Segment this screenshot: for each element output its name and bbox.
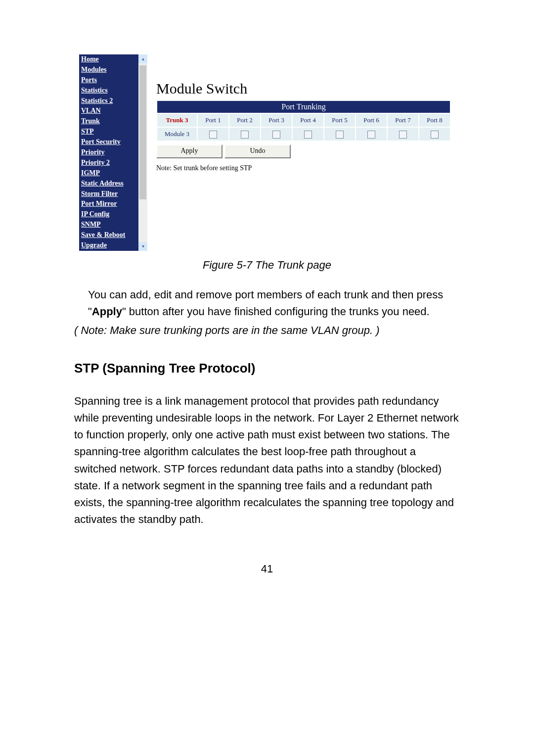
- table-module-row: Module 3: [157, 128, 450, 141]
- col-port5: Port 5: [324, 114, 355, 127]
- sidebar-item-ports[interactable]: Ports: [79, 75, 138, 86]
- col-port1: Port 1: [198, 114, 228, 127]
- sidebar-item-statistics[interactable]: Statistics: [79, 86, 138, 96]
- undo-button[interactable]: Undo: [224, 144, 291, 158]
- checkbox-port1[interactable]: [209, 131, 217, 139]
- sidebar-item-home[interactable]: Home: [79, 54, 138, 65]
- sidebar-item-save-reboot[interactable]: Save & Reboot: [79, 230, 138, 240]
- sidebar: Home Modules Ports Statistics Statistics…: [79, 54, 138, 251]
- switch-ui-screenshot: Home Modules Ports Statistics Statistics…: [79, 54, 455, 251]
- paragraph-stp: Spanning tree is a link management proto…: [74, 393, 460, 528]
- scroll-track[interactable]: [138, 63, 147, 242]
- sidebar-item-igmp[interactable]: IGMP: [79, 168, 138, 179]
- sidebar-item-priority2[interactable]: Priority 2: [79, 158, 138, 168]
- col-port7: Port 7: [388, 114, 418, 127]
- section-heading-stp: STP (Spanning Tree Protocol): [74, 361, 460, 376]
- sidebar-item-port-mirror[interactable]: Port Mirror: [79, 199, 138, 209]
- sidebar-item-port-security[interactable]: Port Security: [79, 137, 138, 147]
- scroll-down-icon[interactable]: ▾: [138, 242, 147, 251]
- table-header-row: Trunk 3 Port 1 Port 2 Port 3 Port 4 Port…: [157, 114, 450, 127]
- figure-container: Home Modules Ports Statistics Statistics…: [79, 54, 455, 272]
- scroll-thumb[interactable]: [139, 65, 146, 199]
- page-number: 41: [74, 563, 460, 575]
- sidebar-item-ip-config[interactable]: IP Config: [79, 209, 138, 220]
- checkbox-port7[interactable]: [399, 131, 407, 139]
- note-text: Note: Set trunk before setting STP: [156, 164, 455, 172]
- page-title: Module Switch: [156, 80, 455, 97]
- content-pane: Module Switch Port Trunking Trunk 3 Port…: [147, 54, 455, 241]
- apply-button[interactable]: Apply: [156, 144, 222, 158]
- sidebar-item-snmp[interactable]: SNMP: [79, 220, 138, 230]
- para1-bold: Apply: [92, 305, 122, 318]
- sidebar-item-statistics2[interactable]: Statistics 2: [79, 96, 138, 106]
- module-label: Module 3: [157, 128, 197, 141]
- figure-caption: Figure 5-7 The Trunk page: [79, 259, 455, 272]
- sidebar-scrollbar[interactable]: ▴ ▾: [138, 54, 147, 251]
- sidebar-item-modules[interactable]: Modules: [79, 65, 138, 75]
- col-port3: Port 3: [261, 114, 292, 127]
- col-port2: Port 2: [229, 114, 260, 127]
- sidebar-item-priority[interactable]: Priority: [79, 147, 138, 158]
- port-trunking-table: Port Trunking Trunk 3 Port 1 Port 2 Port…: [156, 100, 451, 142]
- sidebar-item-upgrade[interactable]: Upgrade: [79, 240, 138, 251]
- checkbox-port4[interactable]: [304, 131, 312, 139]
- sidebar-item-trunk[interactable]: Trunk: [79, 116, 138, 127]
- paragraph-apply: You can add, edit and remove port member…: [88, 286, 460, 320]
- sidebar-item-static-address[interactable]: Static Address: [79, 179, 138, 189]
- sidebar-item-vlan[interactable]: VLAN: [79, 106, 138, 116]
- paragraph-note: ( Note: Make sure trunking ports are in …: [74, 322, 460, 339]
- para1-post: " button after you have finished configu…: [122, 305, 430, 318]
- scroll-up-icon[interactable]: ▴: [138, 54, 147, 63]
- col-port6: Port 6: [356, 114, 387, 127]
- sidebar-item-stp[interactable]: STP: [79, 127, 138, 137]
- checkbox-port8[interactable]: [431, 131, 439, 139]
- col-port8: Port 8: [419, 114, 450, 127]
- checkbox-port3[interactable]: [272, 131, 280, 139]
- checkbox-port5[interactable]: [336, 131, 344, 139]
- document-page: Home Modules Ports Statistics Statistics…: [0, 0, 534, 605]
- checkbox-port2[interactable]: [241, 131, 249, 139]
- checkbox-port6[interactable]: [367, 131, 375, 139]
- table-title: Port Trunking: [157, 101, 450, 113]
- button-row: Apply Undo: [156, 144, 455, 158]
- col-port4: Port 4: [293, 114, 323, 127]
- sidebar-item-storm-filter[interactable]: Storm Filter: [79, 189, 138, 199]
- trunk-label: Trunk 3: [157, 114, 197, 127]
